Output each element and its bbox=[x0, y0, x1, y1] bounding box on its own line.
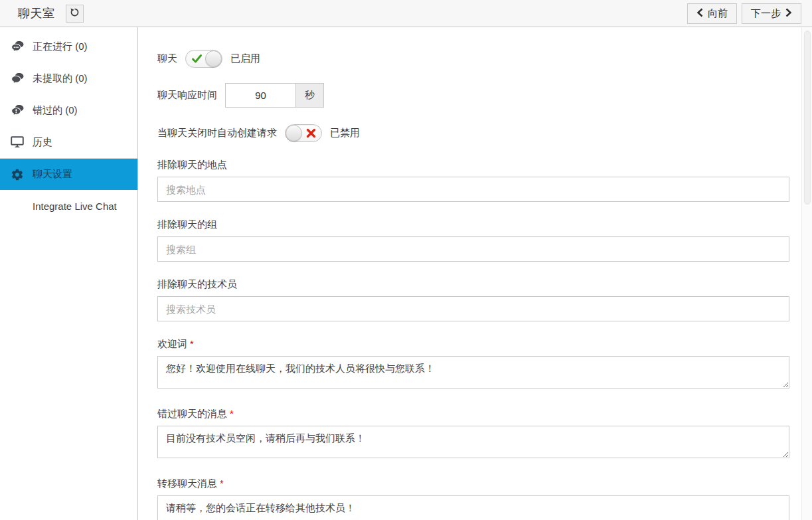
toggle-knob bbox=[205, 50, 222, 67]
sidebar: 正在进行 (0) 未提取的 (0) 错过的 (0) bbox=[0, 27, 138, 520]
page-title: 聊天室 bbox=[18, 5, 55, 21]
exclude-technicians-group: 排除聊天的技术员 bbox=[157, 278, 789, 321]
chat-missed-icon bbox=[10, 104, 25, 117]
sidebar-item-ongoing[interactable]: 正在进行 (0) bbox=[0, 31, 137, 62]
gear-icon bbox=[10, 168, 25, 181]
sidebar-item-label: 正在进行 (0) bbox=[33, 41, 88, 53]
exclude-groups-label: 排除聊天的组 bbox=[157, 218, 789, 231]
sidebar-item-label: 错过的 (0) bbox=[33, 104, 78, 117]
next-button-label: 下一步 bbox=[751, 7, 781, 20]
toggle-knob bbox=[285, 125, 302, 141]
transfer-chat-message-label-text: 转移聊天消息 bbox=[157, 477, 217, 489]
auto-create-row: 当聊天关闭时自动创建请求 已禁用 bbox=[157, 124, 789, 142]
chat-toggle-row: 聊天 已启用 bbox=[157, 50, 789, 68]
next-button[interactable]: 下一步 bbox=[742, 3, 801, 24]
welcome-message-textarea[interactable]: 您好！欢迎使用在线聊天，我们的技术人员将很快与您联系！ bbox=[157, 356, 789, 389]
exclude-sites-label: 排除聊天的地点 bbox=[157, 159, 789, 171]
back-button[interactable]: 向前 bbox=[687, 3, 737, 24]
exclude-sites-search-input[interactable] bbox=[157, 177, 789, 202]
chat-unpicked-icon bbox=[10, 72, 25, 85]
welcome-message-group: 欢迎词* 您好！欢迎使用在线聊天，我们的技术人员将很快与您联系！ bbox=[157, 338, 789, 391]
required-asterisk: * bbox=[230, 408, 234, 419]
response-time-input[interactable] bbox=[225, 83, 295, 108]
header-bar: 聊天室 向前 下一步 bbox=[0, 0, 812, 27]
scrollbar-thumb[interactable] bbox=[804, 31, 811, 205]
vertical-scrollbar bbox=[801, 27, 812, 520]
chevron-right-icon bbox=[785, 8, 792, 19]
chat-toggle-state: 已启用 bbox=[230, 52, 260, 65]
exclude-groups-search-input[interactable] bbox=[157, 236, 789, 262]
cross-icon bbox=[306, 128, 316, 141]
response-time-label: 聊天响应时间 bbox=[157, 89, 217, 102]
sidebar-item-label: 未提取的 (0) bbox=[33, 72, 88, 85]
missed-chat-message-textarea[interactable]: 目前没有技术员空闲，请稍后再与我们联系！ bbox=[157, 426, 789, 458]
required-asterisk: * bbox=[190, 338, 194, 349]
auto-create-state: 已禁用 bbox=[330, 127, 360, 139]
chat-settings-form: 聊天 已启用 聊天响应时间 秒 当聊天关闭时自动创建请求 已禁用 排除聊天的地点… bbox=[139, 27, 801, 520]
sidebar-item-missed[interactable]: 错过的 (0) bbox=[0, 94, 137, 126]
exclude-groups-group: 排除聊天的组 bbox=[157, 218, 789, 262]
sidebar-item-history[interactable]: 历史 bbox=[0, 126, 137, 158]
missed-chat-message-label-text: 错过聊天的消息 bbox=[157, 408, 227, 419]
sidebar-item-label: 历史 bbox=[33, 136, 52, 149]
chat-toggle-label: 聊天 bbox=[157, 52, 177, 65]
response-time-row: 聊天响应时间 秒 bbox=[157, 83, 789, 108]
check-icon bbox=[191, 53, 203, 67]
transfer-chat-message-group: 转移聊天消息* 请稍等，您的会话正在转移给其他技术员！ bbox=[157, 477, 789, 520]
refresh-icon bbox=[70, 7, 80, 20]
required-asterisk: * bbox=[220, 477, 224, 489]
exclude-technicians-search-input[interactable] bbox=[157, 296, 789, 321]
chat-enabled-toggle[interactable] bbox=[185, 50, 222, 68]
sidebar-item-unpicked[interactable]: 未提取的 (0) bbox=[0, 62, 137, 94]
missed-chat-message-group: 错过聊天的消息* 目前没有技术员空闲，请稍后再与我们联系！ bbox=[157, 408, 789, 461]
chevron-left-icon bbox=[696, 8, 703, 19]
exclude-sites-group: 排除聊天的地点 bbox=[157, 159, 789, 202]
sidebar-item-chat-settings[interactable]: 聊天设置 bbox=[0, 158, 137, 190]
welcome-message-label-text: 欢迎词 bbox=[157, 338, 187, 349]
sidebar-item-label: Integrate Live Chat bbox=[33, 201, 117, 212]
back-button-label: 向前 bbox=[708, 7, 728, 20]
welcome-message-label: 欢迎词* bbox=[157, 338, 789, 351]
exclude-technicians-label: 排除聊天的技术员 bbox=[157, 278, 789, 291]
transfer-chat-message-label: 转移聊天消息* bbox=[157, 477, 789, 490]
auto-create-toggle[interactable] bbox=[285, 124, 322, 142]
sidebar-item-label: 聊天设置 bbox=[33, 168, 72, 181]
sidebar-item-integrate-live-chat[interactable]: Integrate Live Chat bbox=[0, 190, 137, 222]
missed-chat-message-label: 错过聊天的消息* bbox=[157, 408, 789, 420]
response-time-unit: 秒 bbox=[295, 83, 324, 108]
transfer-chat-message-textarea[interactable]: 请稍等，您的会话正在转移给其他技术员！ bbox=[157, 495, 789, 520]
refresh-button[interactable] bbox=[66, 5, 84, 23]
auto-create-label: 当聊天关闭时自动创建请求 bbox=[157, 127, 277, 139]
chat-ongoing-icon bbox=[10, 40, 25, 53]
history-monitor-icon bbox=[10, 135, 25, 149]
